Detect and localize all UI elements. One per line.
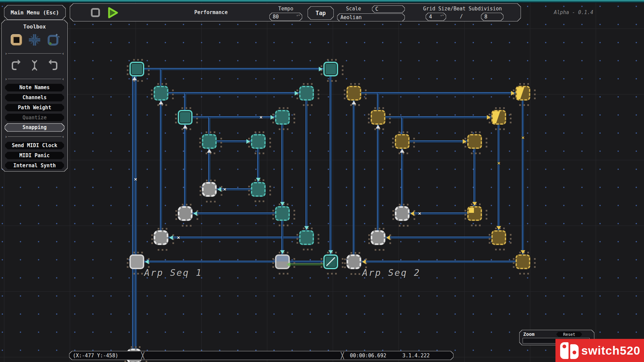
tempo-spinner[interactable]: ▵▿ bbox=[296, 14, 300, 16]
toggle-path-weight[interactable]: Path Weight bbox=[5, 104, 64, 112]
grid-size-spinner[interactable]: ▵▿ bbox=[440, 14, 444, 16]
scale-mode-select[interactable]: Aeolian bbox=[337, 13, 405, 21]
connection-edge bbox=[137, 261, 331, 263]
view-name: Performance bbox=[187, 9, 234, 15]
sequencer-node-gold-dash[interactable] bbox=[467, 134, 482, 149]
statusbar-divider: ╳ bbox=[141, 352, 144, 359]
connection-edge bbox=[185, 213, 282, 215]
edge-arrow-icon bbox=[256, 178, 261, 182]
sequencer-node-gray-blue[interactable] bbox=[275, 254, 290, 269]
separator: ›‹ bbox=[5, 135, 64, 139]
edge-arrow-icon bbox=[218, 187, 221, 192]
playback-time: 00:00:06.692 bbox=[350, 353, 386, 359]
edge-arrow-icon bbox=[280, 202, 285, 206]
mute-mark-icon[interactable]: × bbox=[177, 234, 180, 241]
sequencer-node-gold-dash[interactable] bbox=[491, 230, 506, 245]
mute-mark-icon[interactable]: × bbox=[418, 210, 421, 217]
connection-edge bbox=[161, 92, 307, 94]
mute-mark-icon[interactable]: × bbox=[259, 114, 263, 120]
separator: ›‹ bbox=[5, 77, 64, 81]
connection-edge bbox=[378, 116, 499, 118]
sequencer-node-gray-scallop[interactable] bbox=[395, 206, 410, 221]
connection-edge bbox=[306, 93, 308, 238]
beat-subdivision-select[interactable]: 8 bbox=[481, 13, 503, 21]
sequencer-node-gold-dash[interactable] bbox=[516, 254, 530, 269]
sequencer-node-teal-solid[interactable] bbox=[129, 62, 144, 76]
connection-edge bbox=[132, 69, 134, 356]
merge-button[interactable] bbox=[27, 58, 42, 73]
stop-button[interactable] bbox=[91, 8, 100, 17]
version-label: Alpha - 0.1.4 bbox=[552, 9, 595, 15]
connection-edge bbox=[281, 117, 283, 262]
connection-edge bbox=[522, 93, 524, 262]
node-canvas[interactable]: ×××××××Arp Seq 1Arp Seq 2 bbox=[0, 0, 644, 362]
redo-button[interactable] bbox=[45, 58, 60, 73]
connect-tool-button[interactable] bbox=[27, 33, 42, 47]
switch-logo-icon bbox=[560, 342, 569, 359]
midi-panic-button[interactable]: MIDI Panic bbox=[5, 152, 64, 160]
sequencer-node-gray-solid[interactable] bbox=[129, 254, 144, 269]
toolbox-title: Toolbox bbox=[5, 23, 64, 30]
sequencer-node-teal-sel[interactable] bbox=[323, 254, 338, 269]
tempo-input[interactable]: 80 ▵▿ bbox=[269, 13, 302, 21]
sequencer-node-teal-dash[interactable] bbox=[275, 110, 290, 125]
edge-arrow-icon bbox=[352, 101, 356, 105]
grid-size-input[interactable]: 4 ▵▿ bbox=[426, 13, 446, 21]
sequencer-node-gray-scallop[interactable] bbox=[202, 182, 217, 197]
send-midi-clock-button[interactable]: Send MIDI Clock bbox=[5, 141, 64, 150]
sequencer-node-teal-solid[interactable] bbox=[178, 110, 193, 125]
sequencer-node-gold-dash[interactable] bbox=[395, 134, 410, 149]
connection-edge bbox=[330, 69, 332, 262]
sequencer-node-teal-dash[interactable] bbox=[154, 86, 168, 101]
sequencer-node-gray-scallop[interactable] bbox=[154, 230, 168, 245]
undo-button[interactable] bbox=[9, 58, 24, 73]
sequencer-node-gray-scallop[interactable] bbox=[371, 230, 385, 245]
main-menu-button[interactable]: Main Menu (Esc) bbox=[4, 5, 66, 20]
cursor-coords: (X:-477 Y:-458) bbox=[73, 353, 140, 359]
toggle-note-names[interactable]: Note Names bbox=[5, 83, 64, 92]
add-node-tool-icon bbox=[46, 33, 60, 47]
edge-arrow-icon bbox=[280, 250, 285, 254]
edge-arrow-icon bbox=[487, 115, 491, 120]
toggle-snapping[interactable]: Snapping bbox=[5, 123, 64, 132]
sequencer-node-teal-dash[interactable] bbox=[251, 182, 266, 197]
mute-mark-icon[interactable]: × bbox=[223, 186, 226, 192]
connection-edge bbox=[185, 116, 282, 118]
connection-edge bbox=[286, 263, 328, 265]
play-button[interactable] bbox=[106, 6, 119, 19]
mute-mark-icon[interactable]: × bbox=[521, 134, 525, 141]
internal-synth-button[interactable]: Internal Synth bbox=[5, 161, 64, 170]
add-node-tool-button[interactable] bbox=[45, 33, 60, 47]
zoom-reset-button[interactable]: Reset bbox=[556, 332, 582, 337]
sequencer-node-gray-scallop[interactable] bbox=[346, 254, 361, 269]
sequence-label: Arp Seq 2 bbox=[362, 267, 420, 278]
sequencer-node-gold-active[interactable] bbox=[516, 86, 530, 101]
sequencer-node-gold-dash[interactable] bbox=[346, 86, 361, 101]
watermark-text: switch520 bbox=[581, 344, 640, 357]
sequencer-node-gray-scallop[interactable] bbox=[178, 206, 193, 221]
edge-arrow-icon bbox=[362, 259, 366, 264]
edge-arrow-icon bbox=[169, 235, 173, 240]
sequencer-node-teal-dash[interactable] bbox=[275, 206, 290, 221]
status-bar: (X:-477 Y:-458) ╳ ╳ 00:00:06.692 3.1.4.2… bbox=[69, 351, 453, 360]
edge-arrow-icon bbox=[496, 226, 501, 230]
sequencer-node-teal-dash[interactable] bbox=[202, 134, 217, 149]
tap-button[interactable]: Tap bbox=[308, 6, 334, 20]
sequencer-node-gold-active[interactable] bbox=[491, 110, 506, 125]
mute-mark-icon[interactable]: × bbox=[134, 176, 137, 182]
node-tool-button[interactable] bbox=[9, 33, 24, 47]
connection-edge bbox=[137, 68, 331, 70]
sequencer-node-teal-dash[interactable] bbox=[299, 230, 314, 245]
sequencer-node-gold-dash[interactable] bbox=[371, 110, 385, 125]
connection-edge bbox=[401, 117, 403, 214]
scale-key-select[interactable]: C bbox=[372, 5, 405, 13]
sequencer-node-teal-dash[interactable] bbox=[299, 86, 314, 101]
sequencer-node-gold-corner[interactable] bbox=[467, 206, 482, 221]
sequencer-node-teal-dash[interactable] bbox=[251, 134, 266, 149]
tempo-label: Tempo bbox=[268, 6, 304, 12]
edge-arrow-icon bbox=[319, 67, 323, 71]
toggle-channels[interactable]: Channels bbox=[5, 94, 64, 102]
watermark: switch520 bbox=[555, 339, 644, 362]
sequencer-node-teal-solid[interactable] bbox=[323, 62, 338, 76]
mute-mark-icon[interactable]: × bbox=[497, 160, 500, 166]
